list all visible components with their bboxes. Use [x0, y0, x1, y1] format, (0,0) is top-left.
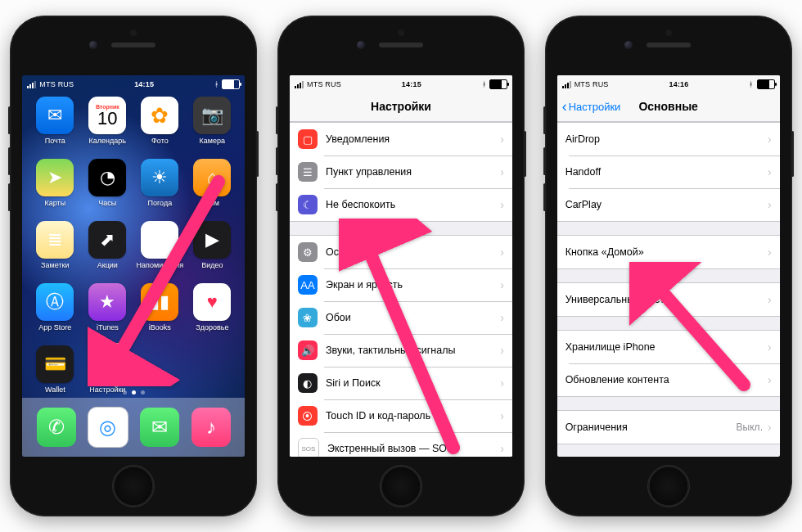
row-label: Touch ID и код-пароль: [326, 410, 500, 422]
earpiece: [546, 16, 791, 75]
app-ibooks[interactable]: ▮▮iBooks: [135, 283, 184, 344]
bluetooth-icon: ᚼ: [749, 80, 753, 88]
app-itunes[interactable]: ★iTunes: [83, 283, 132, 344]
settings-row-wallpaper[interactable]: ❀Обои›: [290, 301, 512, 334]
row-label: Ограничения: [565, 422, 737, 433]
app-home[interactable]: ⌂Дом: [187, 159, 237, 219]
app-label: Календарь: [89, 137, 126, 145]
settings-row-general[interactable]: ⚙︎Основные›: [290, 236, 512, 268]
row-label: Обновление контента: [565, 374, 768, 385]
settings-row-sounds[interactable]: 🔊Звуки, тактильные сигналы›: [290, 334, 512, 367]
front-camera: [357, 41, 365, 49]
proximity-sensor: [398, 29, 404, 36]
general-row[interactable]: AirDrop›: [557, 123, 780, 156]
app-label: Дом: [205, 199, 219, 207]
chevron-right-icon: ›: [500, 376, 504, 390]
notes-icon: ≣: [36, 221, 74, 259]
settings-row-control-center[interactable]: ☰Пункт управления›: [290, 156, 512, 188]
speaker-grille: [379, 43, 423, 47]
screen-home: MTS RUS 14:15 ᚼ ✉︎ПочтаВторник10Календар…: [22, 75, 245, 457]
weather-icon: ☀︎: [141, 159, 178, 196]
app-stocks[interactable]: ⬈Акции: [83, 221, 132, 282]
app-notes[interactable]: ≣Заметки: [30, 221, 79, 282]
chevron-right-icon: ›: [500, 278, 504, 291]
general-row[interactable]: Handoff›: [557, 156, 780, 188]
settings-row-notifications[interactable]: ▢Уведомления›: [290, 123, 512, 156]
settings-list-screen: MTS RUS 14:15 ᚼ Настройки ▢Уведомления›☰…: [290, 75, 512, 457]
home-button[interactable]: [647, 465, 690, 507]
app-maps[interactable]: ➤Карты: [30, 159, 79, 219]
chevron-right-icon: ›: [768, 198, 772, 211]
chevron-right-icon: ›: [768, 165, 772, 178]
signal-icon: [295, 81, 304, 88]
general-row[interactable]: Универсальный доступ›: [557, 283, 780, 316]
phone-icon[interactable]: ✆: [37, 408, 76, 447]
messages-icon[interactable]: ✉︎: [140, 408, 179, 447]
chevron-right-icon: ›: [500, 311, 504, 324]
home-button[interactable]: [112, 465, 155, 507]
nav-bar: ‹ Настройки Основные: [557, 92, 780, 122]
app-label: App Store: [38, 323, 71, 331]
app-settings[interactable]: ⚙︎1Настройки: [83, 345, 132, 406]
general-group: ОграниченияВыкл.›: [557, 410, 780, 444]
back-button[interactable]: ‹ Настройки: [562, 92, 621, 121]
row-label: CarPlay: [565, 199, 768, 210]
app-photos[interactable]: ✿Фото: [135, 97, 184, 157]
general-row[interactable]: Кнопка «Домой»›: [557, 236, 780, 268]
general-row[interactable]: ОграниченияВыкл.›: [557, 411, 780, 444]
reminders-icon: ☑︎: [141, 221, 178, 259]
signal-icon: [562, 81, 571, 88]
general-row[interactable]: Обновление контента›: [557, 363, 780, 396]
app-calendar[interactable]: Вторник10Календарь: [83, 97, 132, 157]
settings-row-siri[interactable]: ◐Siri и Поиск›: [290, 367, 512, 399]
battery-icon: [757, 79, 775, 89]
row-label: Обои: [326, 312, 500, 323]
app-reminders[interactable]: ☑︎Напоминания: [135, 221, 184, 282]
nav-title: Настройки: [371, 100, 431, 113]
clock-icon: ◔: [88, 159, 126, 196]
home-button[interactable]: [380, 465, 422, 507]
app-weather[interactable]: ☀︎Погода: [135, 159, 184, 219]
app-videos[interactable]: ▶︎Видео: [187, 221, 237, 282]
home-button-area: [546, 457, 791, 516]
settings-row-sos[interactable]: SOSЭкстренный вызов — SOS›: [290, 432, 512, 457]
settings-row-touchid[interactable]: ⦿Touch ID и код-пароль›: [290, 399, 512, 432]
chevron-right-icon: ›: [500, 133, 504, 146]
app-mail[interactable]: ✉︎Почта: [30, 97, 79, 157]
settings-row-display[interactable]: AAЭкран и яркость›: [290, 268, 512, 301]
chevron-right-icon: ›: [768, 340, 772, 354]
app-appstore[interactable]: ⒶApp Store: [30, 283, 79, 344]
app-label: Часы: [98, 199, 116, 207]
videos-icon: ▶︎: [193, 221, 231, 259]
safari-icon[interactable]: ◎: [88, 407, 128, 448]
app-label: Погода: [148, 199, 173, 207]
app-label: Видео: [201, 261, 223, 269]
settings-list[interactable]: ▢Уведомления›☰Пункт управления›☾Не беспо…: [290, 122, 512, 457]
app-label: Напоминания: [137, 261, 183, 269]
wallpaper-icon: ❀: [298, 308, 318, 327]
ibooks-icon: ▮▮: [141, 283, 178, 321]
app-clock[interactable]: ◔Часы: [83, 159, 132, 219]
settings-row-dnd[interactable]: ☾Не беспокоить›: [290, 188, 512, 221]
app-wallet[interactable]: 💳Wallet: [30, 345, 79, 406]
settings-group: ▢Уведомления›☰Пункт управления›☾Не беспо…: [290, 122, 512, 222]
row-label: Основные: [326, 246, 500, 258]
clock-label: 14:15: [134, 80, 154, 88]
general-list[interactable]: AirDrop›Handoff›CarPlay›Кнопка «Домой»›У…: [557, 122, 780, 457]
nav-bar: Настройки: [290, 92, 512, 122]
stocks-icon: ⬈: [88, 221, 126, 259]
row-label: Handoff: [565, 166, 768, 178]
app-label: Фото: [151, 137, 169, 145]
carrier-label: MTS RUS: [307, 80, 341, 88]
app-camera[interactable]: 📷Камера: [187, 97, 237, 157]
general-row[interactable]: Хранилище iPhone›: [557, 331, 780, 363]
calendar-daynum: 10: [97, 110, 117, 128]
control-center-icon: ☰: [298, 162, 318, 182]
row-label: Экстренный вызов — SOS: [327, 443, 500, 454]
chevron-right-icon: ›: [500, 344, 504, 357]
music-icon[interactable]: ♪: [191, 408, 231, 447]
app-health[interactable]: ♥︎Здоровье: [187, 283, 237, 344]
general-group: Универсальный доступ›: [557, 282, 780, 317]
row-label: AirDrop: [565, 133, 768, 145]
general-row[interactable]: CarPlay›: [557, 188, 780, 221]
